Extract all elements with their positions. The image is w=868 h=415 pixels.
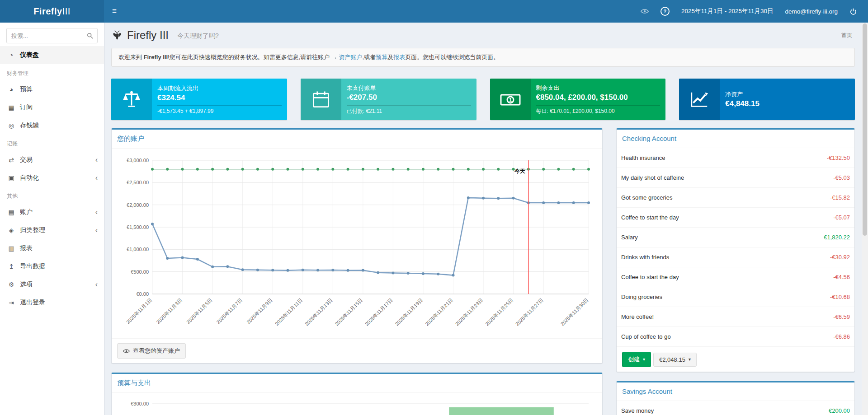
checking-account-panel: Checking Account Health insurance-€132.5…	[616, 128, 855, 372]
transaction-amount: €200.00	[829, 407, 850, 414]
help-button[interactable]: ?	[660, 7, 670, 16]
svg-text:€2,500.00: €2,500.00	[127, 180, 149, 185]
sidebar-item-classification[interactable]: ◈归类整理‹	[0, 221, 104, 239]
svg-text:2025年11月5日: 2025年11月5日	[185, 297, 213, 325]
create-button[interactable]: 创建 ▾	[622, 352, 651, 367]
sidebar-item-automation[interactable]: ▣自动化‹	[0, 169, 104, 187]
transaction-row[interactable]: My daily shot of caffeine-€5.03	[617, 168, 854, 188]
asset-accounts-link[interactable]: 资产账户	[339, 54, 363, 61]
sidebar-item-accounts[interactable]: ▤账户‹	[0, 203, 104, 221]
svg-text:€1,000.00: €1,000.00	[127, 247, 149, 252]
svg-text:2025年11月13日: 2025年11月13日	[304, 297, 334, 327]
infobox-subtext: -€1,573.45 + €1,897.99	[157, 108, 282, 114]
sidebar-item-budgets[interactable]: ◕预算	[0, 80, 104, 98]
eye-icon	[123, 349, 130, 354]
top-navbar: FireflyIII ≡ ? 2025年11月1日 - 2025年11月30日 …	[0, 0, 868, 23]
navbar-right: ? 2025年11月1日 - 2025年11月30日 demo@firefly-…	[641, 7, 868, 16]
sliders-icon: ⚙	[6, 281, 16, 288]
savings-panel-header: Savings Account	[617, 382, 854, 401]
left-column: 您的账户 €0.00€500.00€1,000.00€1,500.00€2,00…	[111, 128, 603, 415]
transaction-amount: -€132.50	[827, 154, 850, 161]
transaction-row[interactable]: Coffee to start the day-€5.07	[617, 208, 854, 228]
sidebar-item-transactions[interactable]: ⇄交易‹	[0, 151, 104, 169]
caret-down-icon: ▾	[689, 357, 691, 362]
brand-light: III	[62, 6, 71, 17]
savings-transaction-list: Save money€200.00	[617, 401, 854, 415]
transaction-description: Coffee to start the day	[621, 274, 679, 280]
transaction-row[interactable]: Doing groceries-€10.68	[617, 287, 854, 307]
scrollbar[interactable]	[862, 23, 868, 415]
transaction-description: Drinks with friends	[621, 254, 669, 261]
accounts-panel: 您的账户 €0.00€500.00€1,000.00€1,500.00€2,00…	[111, 128, 603, 364]
infobox-subtext: 已付款: €21.11	[347, 107, 471, 115]
search-button[interactable]	[83, 29, 97, 42]
svg-text:€300.00: €300.00	[131, 401, 149, 406]
svg-text:€1,500.00: €1,500.00	[127, 224, 149, 230]
reports-link[interactable]: 报表	[393, 54, 405, 61]
transaction-row[interactable]: Health insurance-€132.50	[617, 148, 854, 168]
eye-icon	[641, 8, 649, 14]
chevron-left-icon: ‹	[95, 156, 98, 163]
transaction-row[interactable]: Got some groceries-€15.82	[617, 188, 854, 208]
transaction-row[interactable]: Cup of coffee to go-€6.86	[617, 327, 854, 347]
svg-text:€3,000.00: €3,000.00	[127, 158, 149, 163]
sidebar-item-reports[interactable]: ▥报表	[0, 239, 104, 257]
sidebar-item-label: 预算	[20, 85, 98, 93]
view-asset-accounts-button[interactable]: 查看您的资产账户	[117, 343, 186, 359]
sidebar-item-logout[interactable]: ⇥退出登录	[0, 294, 104, 312]
svg-text:€2,000.00: €2,000.00	[127, 202, 149, 208]
search-icon	[87, 33, 93, 39]
transaction-description: Got some groceries	[621, 194, 672, 201]
infobox-label: 本周期流入流出	[157, 84, 282, 93]
svg-text:2025年11月1日: 2025年11月1日	[125, 297, 153, 325]
tags-icon: ◈	[6, 227, 16, 234]
budget-panel-title: 预算与支出	[117, 379, 151, 387]
question-icon: ?	[660, 7, 670, 16]
sidebar-item-label: 账户	[20, 208, 95, 216]
transaction-row[interactable]: Coffee to start the day-€4.56	[617, 267, 854, 287]
transaction-description: Coffee to start the day	[621, 214, 679, 221]
search-input[interactable]	[7, 33, 83, 39]
transaction-row[interactable]: More coffee!-€6.59	[617, 307, 854, 327]
sidebar-section-label: 记账	[0, 135, 104, 151]
user-email-link[interactable]: demo@firefly-iii.org	[785, 8, 838, 15]
sidebar-item-label: 交易	[20, 156, 95, 164]
sidebar-item-export-data[interactable]: ↥导出数据	[0, 257, 104, 275]
sidebar-item-options[interactable]: ⚙选项‹	[0, 275, 104, 294]
scales-icon	[111, 79, 152, 120]
transaction-row[interactable]: Drinks with friends-€30.92	[617, 247, 854, 267]
accounts-panel-footer: 查看您的资产账户	[112, 338, 602, 363]
transaction-amount: -€6.86	[833, 333, 850, 340]
checking-panel-title: Checking Account	[622, 135, 676, 142]
svg-text:€0.00: €0.00	[136, 291, 149, 297]
accounts-balance-chart: €0.00€500.00€1,000.00€1,500.00€2,000.00€…	[116, 153, 598, 334]
sidebar-item-label: 订阅	[20, 103, 98, 112]
sidebar-section-label: 其他	[0, 187, 104, 203]
balance-dropdown-button[interactable]: €2,048.15 ▾	[653, 353, 697, 367]
sidebar-item-dashboard[interactable]: ◔仪表盘	[0, 46, 104, 64]
savings-account-panel: Savings Account Save money€200.00	[616, 381, 855, 415]
budgets-link[interactable]: 预算	[376, 54, 387, 61]
transaction-row[interactable]: Salary€1,820.22	[617, 228, 854, 247]
eye-toggle-button[interactable]	[641, 8, 649, 14]
accounts-panel-header: 您的账户	[112, 130, 602, 149]
brand-logo[interactable]: FireflyIII	[0, 0, 104, 23]
logout-button[interactable]	[849, 8, 857, 15]
svg-text:2025年11月21日: 2025年11月21日	[424, 297, 454, 327]
date-range-toggle[interactable]: 2025年11月1日 - 2025年11月30日	[681, 7, 774, 15]
transaction-row[interactable]: Save money€200.00	[617, 401, 854, 415]
infobox-progress-bar	[536, 105, 660, 106]
transaction-amount: €1,820.22	[824, 234, 850, 241]
chart-line-icon	[679, 79, 720, 120]
sidebar-toggle-button[interactable]: ≡	[104, 0, 125, 23]
budget-panel-body: €300.00	[112, 393, 602, 415]
banknote-icon: 1	[490, 79, 531, 120]
sidebar-item-piggy-banks[interactable]: ◎存钱罐	[0, 117, 104, 135]
sidebar-item-subscriptions[interactable]: ▦订阅	[0, 98, 104, 117]
svg-text:2025年11月11日: 2025年11月11日	[274, 297, 303, 326]
infobox-subtext: 每日: €170.01, £200.00, $150.00	[536, 107, 660, 115]
chevron-left-icon: ‹	[95, 227, 98, 234]
svg-text:2025年11月15日: 2025年11月15日	[334, 297, 363, 327]
scrollbar-thumb[interactable]	[863, 23, 867, 236]
transaction-amount: -€4.56	[833, 274, 850, 280]
